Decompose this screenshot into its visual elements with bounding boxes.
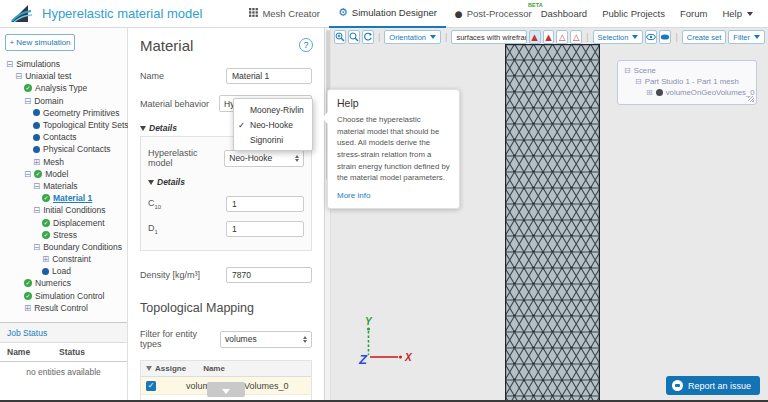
collapse-expander-icon[interactable]: ⊟ [624, 67, 631, 75]
caret-down-icon [754, 35, 760, 39]
show-selection-button[interactable] [645, 30, 657, 44]
resize-handle[interactable] [748, 96, 754, 102]
tree-item-label: Mesh [43, 157, 64, 167]
tree-item-stress[interactable]: ✓Stress [0, 229, 127, 241]
tab-mesh-creator[interactable]: Mesh Creator [240, 0, 329, 28]
material-settings-panel: Material ? Name Material behavior Hypere… [128, 28, 325, 402]
tree-item-contacts[interactable]: Contacts [0, 131, 127, 143]
incomplete-dot-icon [33, 122, 40, 129]
tree-item-displacement[interactable]: ✓Displacement [0, 216, 127, 228]
hyperelastic-model-select[interactable]: Neo-Hooke [224, 150, 304, 167]
scene-tree-panel: ⊟Scene⊟Part Studio 1 - Part 1 mesh⊞volum… [617, 60, 757, 105]
more-info-link[interactable]: More info [337, 191, 370, 200]
tree-item-load[interactable]: Load [0, 265, 127, 277]
top-bar: Hyperelastic material model Mesh Creator… [0, 0, 768, 28]
job-status-title[interactable]: Job Status [0, 323, 127, 343]
tree-item-simulations[interactable]: ⊟Simulations [0, 58, 127, 70]
collapse-expander-icon[interactable]: ⊟ [15, 72, 22, 80]
menu-item-signorini[interactable]: Signorini [234, 132, 312, 147]
expand-expander-icon[interactable]: ⊞ [42, 255, 49, 263]
zoom-fit-button[interactable] [348, 30, 360, 44]
nav-link-public-projects[interactable]: Public Projects [602, 8, 665, 19]
tree-item-boundary-conditions[interactable]: ⊟Boundary Conditions [0, 241, 127, 253]
tree-item-constraint[interactable]: ⊞Constraint [0, 253, 127, 265]
mesh-quality-solid2-button[interactable]: ▲ [543, 30, 555, 44]
menu-item-mooney-rivlin[interactable]: Mooney-Rivlin [234, 102, 312, 117]
collapse-expander-icon[interactable]: ⊟ [33, 206, 40, 214]
tree-item-label: Uniaxial test [25, 71, 71, 81]
collapse-expander-icon[interactable]: ⊟ [6, 60, 13, 68]
tree-item-simulation-control[interactable]: ✓Simulation Control [0, 290, 127, 302]
collapse-expander-icon[interactable]: ⊟ [635, 78, 642, 86]
c10-input[interactable] [226, 196, 304, 212]
collapse-expander-icon[interactable]: ⊟ [24, 97, 31, 105]
tab-simulation-designer[interactable]: ⚙Simulation Designer [329, 0, 446, 28]
tree-item-physical-contacts[interactable]: Physical Contacts [0, 143, 127, 155]
tree-item-label: Displacement [53, 218, 105, 228]
collapse-expander-icon[interactable]: ⊟ [24, 170, 31, 178]
toolbar-divider: | [378, 32, 380, 42]
mesh-geometry[interactable] [505, 44, 600, 402]
tree-item-numerics[interactable]: ✓Numerics [0, 277, 127, 289]
expand-expander-icon[interactable]: ⊞ [33, 158, 40, 166]
selection-button[interactable]: Selection [593, 30, 644, 44]
check-complete-icon: ✓ [24, 279, 32, 287]
scene-item-scene[interactable]: ⊟Scene [624, 65, 750, 76]
collapse-expander-icon[interactable]: ⊟ [33, 243, 40, 251]
eye-icon[interactable] [656, 89, 663, 96]
material-name-input[interactable] [226, 68, 312, 84]
new-simulation-button[interactable]: + New simulation [5, 34, 75, 51]
d1-input[interactable] [226, 221, 304, 237]
nav-link-dashboard[interactable]: Dashboard [541, 8, 587, 19]
inner-details-toggle[interactable]: Details [148, 177, 304, 187]
toolbar-divider: | [586, 32, 588, 42]
spinner-icon [295, 155, 299, 162]
tree-item-mesh[interactable]: ⊞Mesh [0, 156, 127, 168]
triangle-outline-icon: △ [559, 32, 566, 42]
scroll-down-button[interactable] [207, 382, 245, 397]
tree-item-result-control[interactable]: ⊞Result Control [0, 302, 127, 314]
filter-button[interactable]: Filter [728, 30, 765, 44]
menu-item-neo-hooke[interactable]: Neo-Hooke✓ [234, 117, 312, 132]
app-logo-icon[interactable] [10, 4, 33, 23]
assignment-table-header[interactable]: Assigne Name [141, 361, 311, 377]
mesh-quality-outline-button[interactable]: △ [556, 30, 568, 44]
tree-item-material-1[interactable]: ✓Material 1 [0, 192, 127, 204]
hide-selection-button[interactable] [659, 30, 671, 44]
assigned-checkbox[interactable]: ✓ [146, 381, 156, 391]
nav-link-forum[interactable]: Forum [680, 8, 707, 19]
density-input[interactable] [226, 267, 312, 283]
create-set-button[interactable]: Create set [682, 30, 727, 44]
tab-post-processor[interactable]: ●Post-ProcessorBETA [446, 0, 541, 28]
expand-expander-icon[interactable]: ⊞ [24, 304, 31, 312]
mesh-quality-solid-button[interactable]: ▲ [529, 30, 541, 44]
tree-item-initial-conditions[interactable]: ⊟Initial Conditions [0, 204, 127, 216]
display-mode-select[interactable]: surfaces with wireframe [451, 30, 526, 44]
circle-icon: ● [455, 9, 463, 19]
report-issue-button[interactable]: Report an issue [666, 376, 760, 395]
grid-icon [249, 8, 258, 19]
mesh-quality-outline2-button[interactable]: △ [570, 30, 582, 44]
reset-view-button[interactable] [362, 30, 374, 44]
scene-item-volumeongeovolumes-0[interactable]: ⊞volumeOnGeoVolumes_0 [624, 87, 750, 98]
display-mode-value: surfaces with wireframe [456, 33, 526, 42]
expand-expander-icon[interactable]: ⊞ [646, 89, 653, 97]
tree-item-domain[interactable]: ⊟Domain [0, 95, 127, 107]
viewer-3d[interactable]: | Orientation | surfaces with wireframe … [331, 28, 768, 402]
gears-icon: ⚙ [338, 8, 348, 18]
tree-item-materials[interactable]: ⊟Materials [0, 180, 127, 192]
tree-item-geometry-primitives[interactable]: Geometry Primitives [0, 107, 127, 119]
tree-item-model[interactable]: ⊟✓Model [0, 168, 127, 180]
orientation-button[interactable]: Orientation [384, 30, 441, 44]
collapse-expander-icon[interactable]: ⊟ [33, 182, 40, 190]
scene-item-part-studio-1-part-1-mesh[interactable]: ⊟Part Studio 1 - Part 1 mesh [624, 76, 750, 87]
tree-item-label: Initial Conditions [43, 205, 105, 215]
tree-item-analysis-type[interactable]: ✓Analysis Type [0, 82, 127, 94]
zoom-in-button[interactable] [334, 30, 346, 44]
entity-type-select[interactable]: volumes [220, 331, 312, 348]
help-button[interactable]: ? [299, 38, 313, 52]
tree-item-label: Simulation Control [35, 291, 104, 301]
tree-item-topological-entity-sets[interactable]: Topological Entity Sets [0, 119, 127, 131]
nav-link-help[interactable]: Help [722, 8, 753, 19]
tree-item-uniaxial-test[interactable]: ⊟Uniaxial test [0, 70, 127, 82]
